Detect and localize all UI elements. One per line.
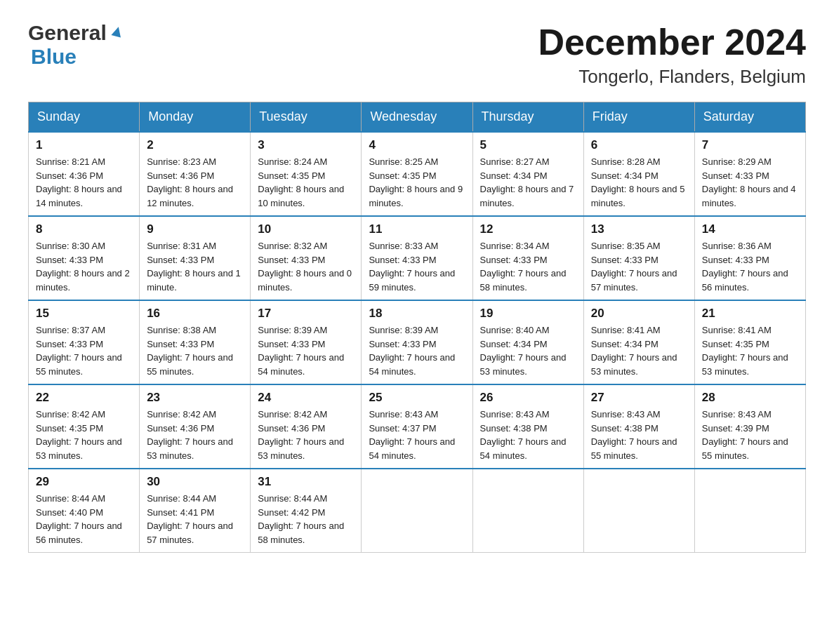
col-saturday: Saturday <box>694 102 805 133</box>
day-number: 13 <box>591 222 687 236</box>
table-row <box>472 469 583 553</box>
day-number: 25 <box>369 391 465 405</box>
day-number: 29 <box>36 475 132 489</box>
day-info: Sunrise: 8:35 AMSunset: 4:33 PMDaylight:… <box>591 241 677 293</box>
table-row: 2 Sunrise: 8:23 AMSunset: 4:36 PMDayligh… <box>140 132 251 216</box>
col-wednesday: Wednesday <box>362 102 472 133</box>
page-subtitle: Tongerlo, Flanders, Belgium <box>538 66 806 88</box>
day-number: 11 <box>369 222 465 236</box>
day-number: 21 <box>702 307 798 321</box>
table-row <box>583 469 694 553</box>
day-number: 30 <box>147 475 243 489</box>
col-monday: Monday <box>140 102 251 133</box>
day-info: Sunrise: 8:43 AMSunset: 4:38 PMDaylight:… <box>480 409 567 461</box>
day-number: 31 <box>258 475 354 489</box>
title-block: December 2024 Tongerlo, Flanders, Belgiu… <box>538 21 806 88</box>
table-row: 8 Sunrise: 8:30 AMSunset: 4:33 PMDayligh… <box>29 216 140 300</box>
table-row: 15 Sunrise: 8:37 AMSunset: 4:33 PMDaylig… <box>29 300 140 384</box>
day-number: 14 <box>702 222 798 236</box>
day-number: 20 <box>591 307 687 321</box>
table-row: 1 Sunrise: 8:21 AMSunset: 4:36 PMDayligh… <box>29 132 140 216</box>
table-row: 7 Sunrise: 8:29 AMSunset: 4:33 PMDayligh… <box>694 132 805 216</box>
table-row: 28 Sunrise: 8:43 AMSunset: 4:39 PMDaylig… <box>694 384 805 469</box>
page-header: General Blue December 2024 Tongerlo, Fla… <box>28 21 806 88</box>
day-info: Sunrise: 8:38 AMSunset: 4:33 PMDaylight:… <box>147 325 233 377</box>
day-number: 28 <box>702 391 798 405</box>
day-info: Sunrise: 8:33 AMSunset: 4:33 PMDaylight:… <box>369 241 455 293</box>
table-row: 13 Sunrise: 8:35 AMSunset: 4:33 PMDaylig… <box>583 216 694 300</box>
calendar-week-row: 8 Sunrise: 8:30 AMSunset: 4:33 PMDayligh… <box>29 216 806 300</box>
day-number: 19 <box>480 307 576 321</box>
day-number: 6 <box>591 138 687 152</box>
table-row: 12 Sunrise: 8:34 AMSunset: 4:33 PMDaylig… <box>472 216 583 300</box>
table-row: 6 Sunrise: 8:28 AMSunset: 4:34 PMDayligh… <box>583 132 694 216</box>
table-row: 21 Sunrise: 8:41 AMSunset: 4:35 PMDaylig… <box>694 300 805 384</box>
day-number: 1 <box>36 138 132 152</box>
table-row: 25 Sunrise: 8:43 AMSunset: 4:37 PMDaylig… <box>362 384 472 469</box>
day-info: Sunrise: 8:41 AMSunset: 4:35 PMDaylight:… <box>702 325 788 377</box>
day-info: Sunrise: 8:40 AMSunset: 4:34 PMDaylight:… <box>480 325 567 377</box>
col-tuesday: Tuesday <box>251 102 362 133</box>
table-row <box>694 469 805 553</box>
day-info: Sunrise: 8:42 AMSunset: 4:36 PMDaylight:… <box>147 409 233 461</box>
table-row: 24 Sunrise: 8:42 AMSunset: 4:36 PMDaylig… <box>251 384 362 469</box>
day-info: Sunrise: 8:31 AMSunset: 4:33 PMDaylight:… <box>147 241 241 293</box>
table-row: 22 Sunrise: 8:42 AMSunset: 4:35 PMDaylig… <box>29 384 140 469</box>
logo-triangle-icon <box>110 24 125 42</box>
table-row: 18 Sunrise: 8:39 AMSunset: 4:33 PMDaylig… <box>362 300 472 384</box>
day-info: Sunrise: 8:42 AMSunset: 4:35 PMDaylight:… <box>36 409 122 461</box>
table-row: 19 Sunrise: 8:40 AMSunset: 4:34 PMDaylig… <box>472 300 583 384</box>
page-title: December 2024 <box>538 21 806 63</box>
col-thursday: Thursday <box>472 102 583 133</box>
day-info: Sunrise: 8:30 AMSunset: 4:33 PMDaylight:… <box>36 241 130 293</box>
day-number: 12 <box>480 222 576 236</box>
day-info: Sunrise: 8:42 AMSunset: 4:36 PMDaylight:… <box>258 409 344 461</box>
table-row <box>362 469 472 553</box>
day-number: 2 <box>147 138 243 152</box>
logo-blue: Blue <box>31 45 77 68</box>
table-row: 4 Sunrise: 8:25 AMSunset: 4:35 PMDayligh… <box>362 132 472 216</box>
day-info: Sunrise: 8:39 AMSunset: 4:33 PMDaylight:… <box>258 325 344 377</box>
table-row: 31 Sunrise: 8:44 AMSunset: 4:42 PMDaylig… <box>251 469 362 553</box>
day-info: Sunrise: 8:32 AMSunset: 4:33 PMDaylight:… <box>258 241 352 293</box>
logo-general: General <box>28 21 107 45</box>
day-number: 26 <box>480 391 576 405</box>
table-row: 29 Sunrise: 8:44 AMSunset: 4:40 PMDaylig… <box>29 469 140 553</box>
calendar-week-row: 22 Sunrise: 8:42 AMSunset: 4:35 PMDaylig… <box>29 384 806 469</box>
day-info: Sunrise: 8:36 AMSunset: 4:33 PMDaylight:… <box>702 241 788 293</box>
day-info: Sunrise: 8:43 AMSunset: 4:38 PMDaylight:… <box>591 409 677 461</box>
day-number: 3 <box>258 138 354 152</box>
table-row: 14 Sunrise: 8:36 AMSunset: 4:33 PMDaylig… <box>694 216 805 300</box>
table-row: 9 Sunrise: 8:31 AMSunset: 4:33 PMDayligh… <box>140 216 251 300</box>
day-info: Sunrise: 8:23 AMSunset: 4:36 PMDaylight:… <box>147 156 233 208</box>
calendar-week-row: 29 Sunrise: 8:44 AMSunset: 4:40 PMDaylig… <box>29 469 806 553</box>
day-info: Sunrise: 8:37 AMSunset: 4:33 PMDaylight:… <box>36 325 122 377</box>
day-info: Sunrise: 8:25 AMSunset: 4:35 PMDaylight:… <box>369 156 463 208</box>
calendar-header-row: Sunday Monday Tuesday Wednesday Thursday… <box>29 102 806 133</box>
day-number: 15 <box>36 307 132 321</box>
day-info: Sunrise: 8:41 AMSunset: 4:34 PMDaylight:… <box>591 325 677 377</box>
day-info: Sunrise: 8:43 AMSunset: 4:39 PMDaylight:… <box>702 409 788 461</box>
day-info: Sunrise: 8:21 AMSunset: 4:36 PMDaylight:… <box>36 156 122 208</box>
day-info: Sunrise: 8:44 AMSunset: 4:42 PMDaylight:… <box>258 493 344 545</box>
table-row: 5 Sunrise: 8:27 AMSunset: 4:34 PMDayligh… <box>472 132 583 216</box>
day-info: Sunrise: 8:28 AMSunset: 4:34 PMDaylight:… <box>591 156 685 208</box>
table-row: 3 Sunrise: 8:24 AMSunset: 4:35 PMDayligh… <box>251 132 362 216</box>
col-friday: Friday <box>583 102 694 133</box>
day-number: 27 <box>591 391 687 405</box>
day-info: Sunrise: 8:34 AMSunset: 4:33 PMDaylight:… <box>480 241 567 293</box>
svg-marker-0 <box>111 25 123 37</box>
day-info: Sunrise: 8:29 AMSunset: 4:33 PMDaylight:… <box>702 156 796 208</box>
day-number: 9 <box>147 222 243 236</box>
day-number: 4 <box>369 138 465 152</box>
day-number: 16 <box>147 307 243 321</box>
day-number: 18 <box>369 307 465 321</box>
table-row: 17 Sunrise: 8:39 AMSunset: 4:33 PMDaylig… <box>251 300 362 384</box>
table-row: 23 Sunrise: 8:42 AMSunset: 4:36 PMDaylig… <box>140 384 251 469</box>
day-info: Sunrise: 8:44 AMSunset: 4:40 PMDaylight:… <box>36 493 122 545</box>
table-row: 11 Sunrise: 8:33 AMSunset: 4:33 PMDaylig… <box>362 216 472 300</box>
table-row: 10 Sunrise: 8:32 AMSunset: 4:33 PMDaylig… <box>251 216 362 300</box>
col-sunday: Sunday <box>29 102 140 133</box>
day-number: 23 <box>147 391 243 405</box>
calendar-week-row: 1 Sunrise: 8:21 AMSunset: 4:36 PMDayligh… <box>29 132 806 216</box>
